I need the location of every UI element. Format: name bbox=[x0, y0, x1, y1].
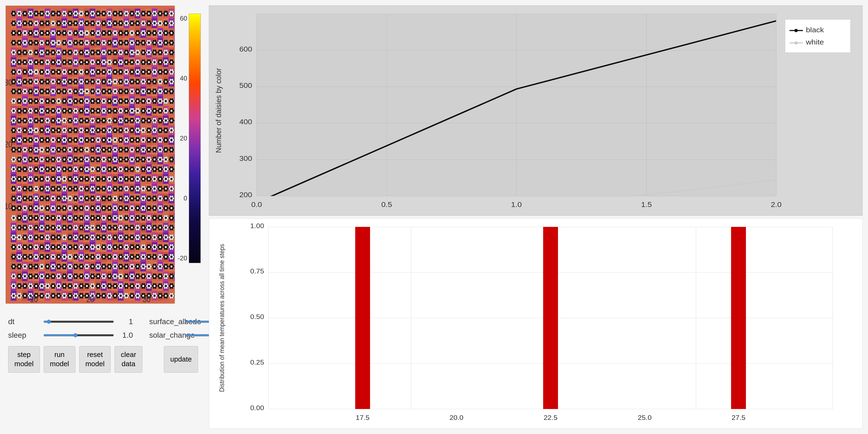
svg-point-4839 bbox=[36, 98, 38, 100]
svg-point-1653 bbox=[158, 236, 159, 239]
svg-point-467 bbox=[172, 287, 173, 289]
svg-point-3975 bbox=[104, 137, 106, 140]
svg-point-3682 bbox=[71, 149, 73, 151]
svg-point-5620 bbox=[80, 73, 82, 75]
svg-point-3679 bbox=[64, 147, 66, 149]
svg-point-5026 bbox=[172, 100, 174, 102]
svg-point-7143 bbox=[137, 10, 140, 13]
reset-model-button[interactable]: resetmodel bbox=[79, 346, 111, 373]
svg-point-1074 bbox=[93, 256, 95, 258]
svg-point-5594 bbox=[65, 71, 67, 73]
svg-point-4670 bbox=[85, 108, 87, 110]
svg-point-6096 bbox=[75, 52, 77, 54]
svg-point-5528 bbox=[13, 71, 14, 73]
svg-point-2675 bbox=[36, 189, 38, 191]
svg-point-5572 bbox=[45, 73, 48, 75]
svg-point-2666 bbox=[31, 188, 33, 190]
svg-point-4724 bbox=[124, 112, 126, 114]
svg-point-1414 bbox=[158, 244, 160, 246]
dt-slider[interactable] bbox=[43, 321, 114, 323]
svg-point-5380 bbox=[80, 83, 82, 85]
svg-text:200: 200 bbox=[239, 191, 252, 199]
clear-data-button[interactable]: cleardata bbox=[115, 346, 142, 373]
svg-point-6870 bbox=[113, 20, 115, 23]
svg-point-311 bbox=[59, 283, 61, 285]
svg-point-3819 bbox=[166, 151, 167, 153]
svg-point-5565 bbox=[39, 71, 41, 73]
svg-point-934 bbox=[158, 264, 160, 266]
sleep-slider[interactable] bbox=[43, 334, 114, 336]
svg-point-1635 bbox=[149, 238, 151, 240]
svg-point-2339 bbox=[137, 209, 140, 211]
svg-point-4620 bbox=[51, 112, 53, 114]
svg-text:400: 400 bbox=[239, 118, 252, 126]
svg-point-3179 bbox=[53, 170, 55, 172]
svg-point-5811 bbox=[48, 63, 50, 65]
svg-point-4463 bbox=[109, 118, 111, 120]
svg-point-3787 bbox=[143, 151, 145, 153]
svg-point-2276 bbox=[91, 209, 93, 211]
svg-point-3074 bbox=[150, 178, 152, 180]
svg-point-3946 bbox=[88, 139, 90, 141]
svg-point-82 bbox=[71, 294, 73, 297]
svg-point-2132 bbox=[158, 219, 160, 221]
svg-point-3048 bbox=[126, 178, 127, 180]
svg-point-2152 bbox=[170, 217, 173, 219]
svg-point-2252 bbox=[74, 209, 76, 211]
svg-point-2860 bbox=[164, 189, 166, 191]
update-button[interactable]: update bbox=[164, 346, 198, 373]
svg-point-3927 bbox=[70, 137, 72, 140]
svg-point-599 bbox=[93, 273, 94, 276]
svg-point-2730 bbox=[76, 188, 79, 190]
run-model-button[interactable]: runmodel bbox=[44, 346, 75, 373]
svg-point-693 bbox=[158, 275, 159, 278]
svg-point-4946 bbox=[116, 100, 118, 102]
svg-point-2068 bbox=[113, 219, 115, 221]
svg-point-3662 bbox=[51, 147, 53, 149]
svg-point-2405 bbox=[11, 197, 13, 199]
svg-point-4723 bbox=[126, 112, 128, 114]
svg-point-2206 bbox=[40, 205, 42, 208]
svg-point-299 bbox=[53, 287, 55, 289]
svg-point-8 bbox=[13, 294, 14, 297]
svg-point-524 bbox=[40, 277, 42, 279]
svg-point-1115 bbox=[121, 258, 123, 260]
svg-point-2506 bbox=[88, 197, 90, 199]
svg-point-3014 bbox=[102, 176, 104, 178]
svg-point-2818 bbox=[138, 188, 141, 190]
svg-point-2725 bbox=[67, 188, 69, 190]
svg-point-6392 bbox=[114, 42, 116, 44]
svg-point-5303 bbox=[25, 79, 27, 81]
svg-point-1432 bbox=[170, 246, 173, 248]
svg-point-2188 bbox=[29, 209, 31, 211]
svg-point-2364 bbox=[153, 209, 155, 211]
svg-point-6243 bbox=[13, 43, 16, 45]
svg-point-1312 bbox=[86, 246, 88, 248]
svg-point-4652 bbox=[74, 112, 76, 114]
svg-point-2618 bbox=[167, 197, 169, 199]
svg-point-6686 bbox=[153, 30, 155, 32]
svg-point-6664 bbox=[137, 32, 138, 34]
svg-point-6464 bbox=[165, 42, 167, 44]
svg-point-1326 bbox=[96, 244, 98, 246]
svg-point-3532 bbox=[130, 160, 132, 162]
svg-point-1583 bbox=[109, 235, 111, 237]
svg-point-3423 bbox=[53, 157, 55, 159]
svg-point-4570 bbox=[20, 110, 22, 112]
svg-point-6250 bbox=[20, 42, 22, 44]
svg-point-1031 bbox=[59, 254, 61, 256]
svg-point-7070 bbox=[85, 10, 87, 13]
svg-point-264 bbox=[24, 285, 26, 287]
svg-point-736 bbox=[19, 266, 20, 268]
svg-point-54 bbox=[45, 293, 48, 295]
svg-point-4510 bbox=[142, 118, 144, 120]
svg-point-5454 bbox=[130, 79, 132, 81]
svg-point-4835 bbox=[36, 102, 38, 104]
svg-point-3268 bbox=[113, 170, 115, 172]
svg-point-3004 bbox=[96, 180, 98, 182]
svg-point-1019 bbox=[53, 258, 55, 260]
svg-point-1484 bbox=[40, 238, 42, 240]
step-model-button[interactable]: stepmodel bbox=[8, 346, 40, 373]
svg-point-3378 bbox=[26, 158, 28, 161]
svg-point-2479 bbox=[64, 195, 66, 198]
